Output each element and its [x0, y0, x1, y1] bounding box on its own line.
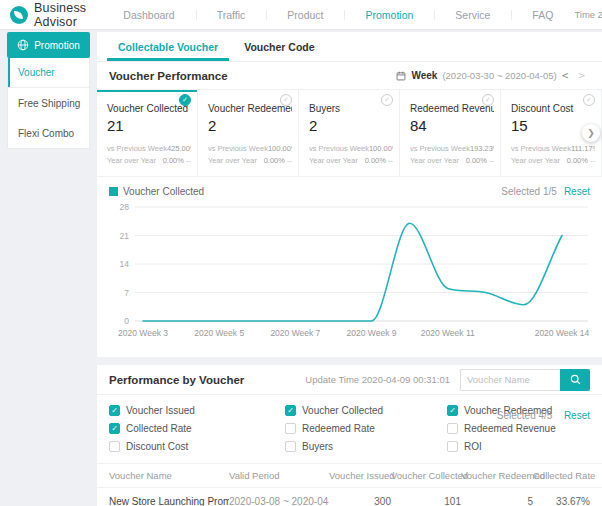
checkbox-roi[interactable]: ✓ROI [447, 441, 590, 452]
sidebar-item-voucher[interactable]: Voucher [8, 58, 89, 88]
metric-card-voucher-collected[interactable]: ✓Voucher Collected21vs Previous Week425.… [97, 90, 198, 176]
metric-card-value: 2 [309, 117, 393, 134]
svg-text:2020 Week 7: 2020 Week 7 [270, 328, 320, 338]
metric-card-value: 2 [208, 117, 292, 134]
metric-cards-row: ✓Voucher Collected21vs Previous Week425.… [97, 90, 602, 177]
stat-row: Year over Year0.00% -- [107, 155, 191, 167]
sidebar-menu: VoucherFree ShippingFlexi Combo [7, 58, 90, 149]
cell-voucher-name: New Store Launching Promotion [97, 488, 229, 506]
stat-row: Year over Year0.00% -- [511, 155, 595, 167]
checkbox-box-icon: ✓ [109, 423, 120, 434]
card-check-circle-icon[interactable]: ✓ [381, 94, 393, 106]
stat-value: 193.23% ▲ [470, 143, 494, 155]
voucher-table: Voucher NameValid PeriodVoucher IssuedVo… [97, 463, 602, 506]
checkbox-box-icon: ✓ [447, 423, 458, 434]
sidebar-item-flexi-combo[interactable]: Flexi Combo [8, 118, 89, 148]
checkbox-redeemed-revenue[interactable]: ✓Redeemed Revenue [447, 423, 590, 434]
svg-text:14: 14 [120, 259, 130, 269]
stat-value: 111.17% ▲ [571, 143, 595, 155]
legend-swatch [109, 187, 118, 196]
metric-card-voucher-redeemed[interactable]: ✓Voucher Redeemed2vs Previous Week100.00… [198, 90, 299, 176]
vs-previous-week-label: vs Previous Week [107, 143, 167, 155]
checkbox-collected-rate[interactable]: ✓Collected Rate [109, 423, 285, 434]
stat-number: 100.00% [369, 144, 393, 153]
search-button[interactable] [560, 369, 590, 391]
year-over-year-label: Year over Year [107, 155, 156, 167]
checkbox-redeemed-rate[interactable]: ✓Redeemed Rate [285, 423, 447, 434]
cards-scroll-right-button[interactable]: ❯ [582, 124, 600, 142]
metric-card-buyers[interactable]: ✓Buyers2vs Previous Week100.00% ▲Year ov… [299, 90, 400, 176]
nav-item-traffic[interactable]: Traffic [196, 0, 267, 30]
business-advisor-logo-icon [10, 6, 28, 24]
period-prev-button[interactable]: < [557, 69, 574, 82]
card-check-circle-icon[interactable]: ✓ [482, 94, 494, 106]
card-check-circle-icon[interactable]: ✓ [280, 94, 292, 106]
stat-row: Year over Year0.00% -- [208, 155, 292, 167]
checkbox-box-icon: ✓ [447, 441, 458, 452]
checkbox-label: Voucher Collected [302, 405, 383, 416]
card-check-circle-icon[interactable]: ✓ [583, 94, 595, 106]
column-header-voucher-collected: Voucher Collected [391, 464, 461, 488]
voucher-name-search-input[interactable] [460, 369, 560, 391]
nav-item-service[interactable]: Service [434, 0, 511, 30]
chart-reset-link[interactable]: Reset [564, 186, 590, 197]
table-header-row: Voucher NameValid PeriodVoucher IssuedVo… [97, 464, 602, 488]
metric-card-stats: vs Previous Week425.00% ▲Year over Year0… [107, 143, 191, 168]
svg-text:2020 Week 14: 2020 Week 14 [535, 328, 590, 338]
cell-voucher-collected: 101 [391, 488, 461, 506]
checkbox-box-icon: ✓ [285, 405, 296, 416]
promotion-menu-button[interactable]: Promotion [7, 32, 90, 58]
checkbox-box-icon: ✓ [285, 441, 296, 452]
svg-text:0: 0 [124, 316, 129, 326]
cell-voucher-issued: 300 [329, 488, 391, 506]
tab-collectable-voucher[interactable]: Collectable Voucher [105, 32, 231, 61]
checkbox-box-icon: ✓ [285, 423, 296, 434]
voucher-collected-chart: 071421282020 Week 32020 Week 52020 Week … [97, 197, 602, 357]
checkbox-voucher-issued[interactable]: ✓Voucher Issued [109, 405, 285, 416]
checkbox-box-icon: ✓ [447, 405, 458, 416]
column-header-voucher-name: Voucher Name [97, 464, 229, 488]
checkbox-buyers[interactable]: ✓Buyers [285, 441, 447, 452]
stat-row: vs Previous Week100.00% ▲ [309, 143, 393, 155]
year-over-year-label: Year over Year [511, 155, 560, 167]
checkbox-voucher-collected[interactable]: ✓Voucher Collected [285, 405, 447, 416]
table-row: New Store Launching Promotion2020-03-08 … [97, 488, 602, 506]
checkbox-label: Buyers [302, 441, 333, 452]
vs-previous-week-label: vs Previous Week [309, 143, 369, 155]
table-body: New Store Launching Promotion2020-03-08 … [97, 488, 602, 506]
nav-item-faq[interactable]: FAQ [511, 0, 574, 30]
stat-value: 0.00% -- [365, 155, 393, 167]
stat-number: 0.00% [163, 156, 184, 165]
tab-voucher-code[interactable]: Voucher Code [231, 32, 327, 61]
filters-reset-link[interactable]: Reset [564, 410, 590, 421]
metric-card-title: Voucher Redeemed [208, 103, 292, 114]
stat-number: 193.23% [470, 144, 494, 153]
nav-item-product[interactable]: Product [266, 0, 344, 30]
stat-row: Year over Year0.00% -- [410, 155, 494, 167]
column-header-voucher-issued: Voucher Issued [329, 464, 391, 488]
line-chart-svg: 071421282020 Week 32020 Week 52020 Week … [109, 197, 592, 347]
stat-value: 100.00% ▲ [369, 143, 393, 155]
timezone-currency-label: Time Zone: GMT+8 | Currency: MYR (RM) [574, 9, 602, 20]
svg-text:21: 21 [120, 231, 130, 241]
stat-row: vs Previous Week100.00% ▲ [208, 143, 292, 155]
checkbox-discount-cost[interactable]: ✓Discount Cost [109, 441, 285, 452]
sidebar-item-free-shipping[interactable]: Free Shipping [8, 88, 89, 118]
period-selector[interactable]: Week (2020-03-30 ~ 2020-04-05) [396, 70, 556, 81]
nav-item-dashboard[interactable]: Dashboard [102, 0, 195, 30]
period-next-button[interactable]: > [573, 69, 590, 82]
flat-dash-icon: -- [386, 156, 393, 165]
metric-card-redeemed-revenue[interactable]: ✓Redeemed Revenue84vs Previous Week193.2… [400, 90, 501, 176]
stat-value: 0.00% -- [163, 155, 191, 167]
nav-item-promotion[interactable]: Promotion [344, 0, 434, 30]
checkbox-label: Collected Rate [126, 423, 192, 434]
svg-text:7: 7 [124, 288, 129, 298]
app-title: Business Advisor [34, 1, 86, 29]
top-navigation: DashboardTrafficProductPromotionServiceF… [102, 0, 574, 30]
card-check-circle-selected-icon[interactable]: ✓ [179, 94, 191, 106]
vs-previous-week-label: vs Previous Week [410, 143, 470, 155]
year-over-year-label: Year over Year [410, 155, 459, 167]
cell-collected-rate: 33.67% [533, 488, 602, 506]
metric-card-title: Voucher Collected [107, 103, 191, 114]
stat-row: vs Previous Week193.23% ▲ [410, 143, 494, 155]
